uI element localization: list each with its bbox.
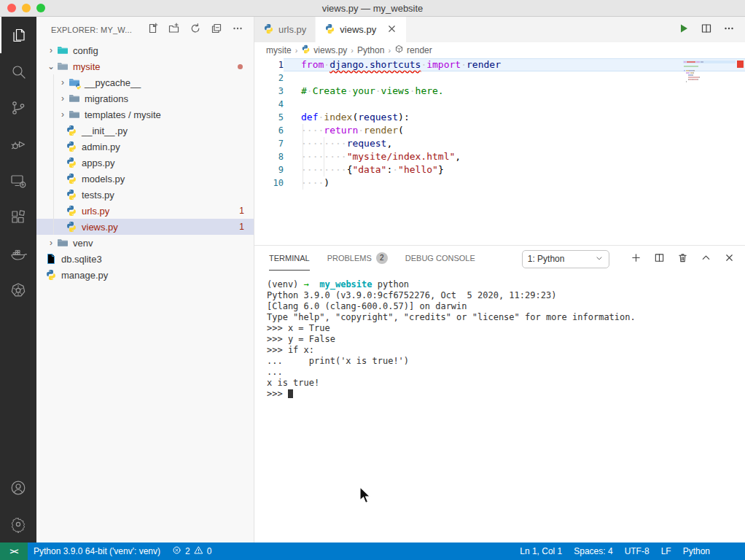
breadcrumb-item-views-py[interactable]: views.py [301, 44, 347, 56]
new-file-icon[interactable] [147, 23, 159, 36]
minimize-window-button[interactable] [22, 4, 31, 12]
problems-badge: 2 [376, 252, 388, 264]
code-line-1: 1from·django.shortcuts·import·render [254, 58, 745, 71]
tree-item-db-sqlite3[interactable]: db.sqlite3 [36, 251, 254, 267]
eol-sequence[interactable]: LF [655, 542, 677, 560]
minimap-segment [701, 61, 704, 63]
python-icon [66, 125, 77, 136]
chevron-right-icon: › [57, 106, 69, 122]
line-number: 8 [254, 150, 284, 163]
zoom-window-button[interactable] [36, 4, 45, 12]
activity-settings[interactable] [0, 506, 36, 542]
code-editor[interactable]: 1from·django.shortcuts·import·render23#·… [254, 58, 745, 246]
more-editor-actions-icon[interactable] [723, 23, 735, 36]
tree-item-manage-py[interactable]: manage.py [36, 267, 254, 283]
panel-header: TERMINALPROBLEMS2DEBUG CONSOLE 1: Python [254, 246, 745, 272]
split-terminal-icon[interactable] [654, 252, 665, 265]
panel-tab-problems[interactable]: PROBLEMS2 [327, 246, 388, 271]
panel-tab-terminal[interactable]: TERMINAL [269, 246, 310, 271]
notifications-bell[interactable] [728, 542, 739, 560]
tree-item-admin-py[interactable]: admin.py [36, 139, 254, 155]
tree-item-apps-py[interactable]: apps.py [36, 155, 254, 171]
close-window-button[interactable] [7, 4, 16, 12]
tree-item-migrations[interactable]: ›migrations [36, 90, 254, 106]
tree-item-tests-py[interactable]: tests.py [36, 187, 254, 203]
minimap-segment [698, 79, 698, 80]
language-mode[interactable]: Python [677, 542, 716, 560]
terminal-line: Type "help", "copyright", "credits" or "… [267, 312, 745, 323]
minimap-segment [693, 70, 695, 71]
problems-status[interactable]: 20 [166, 542, 217, 560]
tree-item-views-py[interactable]: views.py1 [36, 219, 254, 235]
tree-item-init-py[interactable]: __init__.py [36, 122, 254, 139]
warning-icon [194, 545, 203, 557]
terminal-picker-dropdown[interactable]: 1: Python [522, 250, 609, 268]
tree-item-label: urls.py [82, 206, 109, 217]
encoding[interactable]: UTF-8 [619, 542, 655, 560]
activity-run-debug[interactable] [0, 126, 36, 163]
window-title: views.py — my_website [322, 3, 424, 14]
breadcrumb-item-mysite[interactable]: mysite [266, 45, 292, 55]
activity-remote-explorer[interactable] [0, 163, 36, 199]
activity-account[interactable] [0, 470, 36, 506]
tree-item-pycache[interactable]: ›__pycache__ [36, 74, 254, 90]
breadcrumb-item-render[interactable]: render [394, 44, 432, 56]
collapse-folders-icon[interactable] [211, 23, 222, 36]
split-editor-icon[interactable] [701, 23, 712, 36]
refresh-explorer-icon[interactable] [190, 23, 201, 36]
chevron-right-icon: › [45, 42, 57, 58]
terminal-output[interactable]: (venv) → my_website pythonPython 3.9.0 (… [254, 272, 745, 542]
new-terminal-icon[interactable] [631, 252, 641, 265]
panel-tab-debug-console[interactable]: DEBUG CONSOLE [405, 246, 475, 271]
maximize-panel-icon[interactable] [701, 252, 711, 265]
tree-item-label: mysite [73, 61, 101, 72]
activity-explorer[interactable] [0, 17, 36, 53]
breadcrumb-separator: › [295, 46, 298, 55]
minimap-line [684, 68, 735, 69]
remote-indicator[interactable]: >< [0, 542, 28, 560]
line-number: 5 [254, 111, 284, 124]
more-actions-icon[interactable] [232, 23, 243, 36]
activity-kubernetes[interactable] [0, 272, 36, 308]
terminal-text: >>> y = False [267, 334, 335, 344]
new-folder-icon[interactable] [168, 23, 180, 36]
activity-search[interactable] [0, 53, 36, 90]
activity-bar [0, 17, 36, 542]
tree-item-mysite[interactable]: ⌄mysite [36, 58, 254, 74]
close-tab-icon[interactable] [386, 23, 397, 36]
panel-tab-label: TERMINAL [269, 254, 310, 262]
cursor-position[interactable]: Ln 1, Col 1 [514, 542, 568, 560]
file-tree: ›config⌄mysite›__pycache__›migrations›te… [36, 42, 254, 542]
tree-item-models-py[interactable]: models.py [36, 171, 254, 187]
python-interpreter[interactable]: Python 3.9.0 64-bit ('venv': venv) [28, 542, 166, 560]
minimap-segment [699, 77, 700, 78]
activity-docker[interactable] [0, 236, 36, 272]
python-icon [324, 23, 335, 36]
terminal-text: → [304, 279, 309, 289]
workbench: EXPLORER: MY_W... ›config⌄mysite›__pycac… [0, 17, 745, 542]
code-text: ········{"data":·"hello"} [284, 163, 444, 176]
minimap[interactable] [684, 61, 735, 83]
tree-item-venv[interactable]: ›venv [36, 235, 254, 251]
close-panel-icon[interactable] [724, 252, 735, 265]
line-number: 2 [254, 71, 284, 85]
indentation[interactable]: Spaces: 4 [568, 542, 618, 560]
activity-extensions[interactable] [0, 199, 36, 236]
tree-item-urls-py[interactable]: urls.py1 [36, 203, 254, 219]
code-line-5: 5def·index(request): [254, 111, 745, 124]
activity-source-control[interactable] [0, 90, 36, 126]
tree-item-config[interactable]: ›config [36, 42, 254, 58]
code-line-3: 3#·Create·your·views·here. [254, 85, 745, 98]
feedback-smiley[interactable] [716, 542, 728, 560]
tab-urls-py[interactable]: urls.py [254, 17, 316, 42]
minimap-line [684, 61, 735, 63]
minimap-segment [686, 81, 687, 82]
breadcrumb-label: views.py [313, 45, 347, 55]
breadcrumb-item-python[interactable]: Python [357, 45, 384, 55]
tab-views-py[interactable]: views.py [316, 17, 407, 42]
kill-terminal-icon[interactable] [677, 252, 688, 265]
run-python-file-icon[interactable] [678, 23, 690, 36]
tree-item-templates-mysite[interactable]: ›templates / mysite [36, 106, 254, 122]
code-text: from·django.shortcuts·import·render [284, 58, 501, 71]
tree-item-label: views.py [82, 222, 118, 233]
